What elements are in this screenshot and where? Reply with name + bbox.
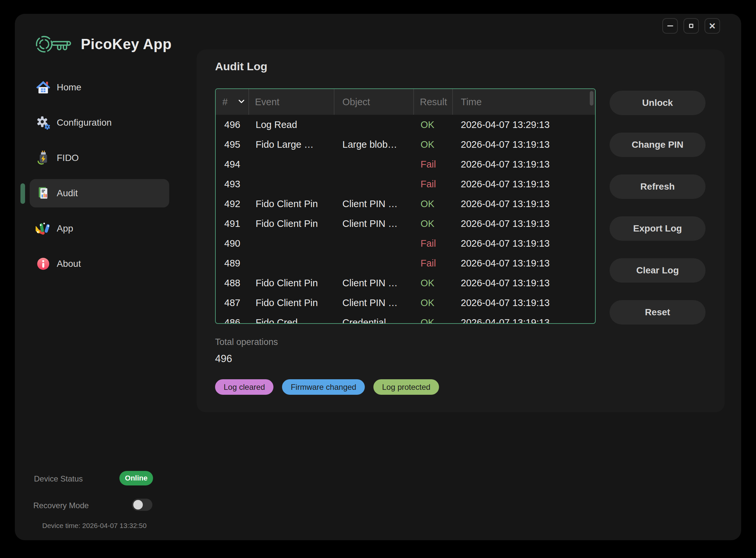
tag-log-cleared: Log cleared: [215, 379, 273, 395]
change-pin-button[interactable]: Change PIN: [609, 132, 706, 157]
key-icon: [34, 33, 76, 55]
home-icon: [35, 80, 51, 95]
sidebar-item-fido[interactable]: FIDO: [30, 144, 169, 172]
table-row[interactable]: 491 Fido Client Pin Client PIN … OK 2026…: [216, 214, 595, 233]
gear-icon: [35, 115, 51, 130]
app-window: ✕ PicoKey App Home: [15, 14, 741, 540]
column-header-time[interactable]: Time: [453, 89, 595, 115]
action-buttons: Unlock Change PIN Refresh Export Log Cle…: [609, 91, 706, 325]
audit-log-table: # Event Object Result Time 496 Log Read …: [215, 88, 596, 324]
app-fan-icon: [35, 221, 51, 236]
sidebar-item-app[interactable]: App: [30, 214, 169, 243]
sidebar-item-about[interactable]: About: [30, 250, 169, 278]
column-header-result[interactable]: Result: [414, 89, 453, 115]
chevron-down-icon: [238, 100, 245, 104]
sidebar-item-configuration[interactable]: Configuration: [30, 108, 169, 137]
table-row[interactable]: 496 Log Read OK 2026-04-07 13:29:13: [216, 115, 595, 134]
total-operations-value: 496: [215, 353, 232, 365]
audit-panel: Audit Log # Event Object Result Time 496…: [197, 49, 725, 412]
sidebar-item-audit[interactable]: Audit: [30, 179, 169, 207]
info-icon: [35, 256, 51, 272]
close-icon: ✕: [709, 22, 716, 30]
minimize-button[interactable]: [662, 18, 678, 34]
scrollbar-thumb[interactable]: [590, 91, 594, 105]
clear-log-button[interactable]: Clear Log: [609, 258, 706, 283]
column-header-number[interactable]: #: [216, 89, 249, 115]
recovery-mode-label: Recovery Mode: [33, 501, 89, 510]
unlock-button[interactable]: Unlock: [609, 91, 706, 115]
total-operations-label: Total operations: [215, 337, 278, 347]
sidebar-item-label: App: [57, 223, 73, 234]
sidebar-item-label: About: [57, 258, 81, 269]
page-title: Audit Log: [215, 60, 268, 73]
sidebar-item-label: Audit: [57, 188, 78, 199]
sidebar-item-home[interactable]: Home: [30, 73, 169, 102]
device-status-badge: Online: [119, 471, 153, 485]
minimize-icon: [667, 25, 673, 26]
column-header-object[interactable]: Object: [334, 89, 414, 115]
table-row[interactable]: 492 Fido Client Pin Client PIN … OK 2026…: [216, 194, 595, 214]
selected-indicator: [21, 183, 25, 204]
column-header-event[interactable]: Event: [249, 89, 334, 115]
table-header: # Event Object Result Time: [216, 89, 595, 115]
close-button[interactable]: ✕: [705, 18, 720, 34]
device-status-value: Online: [125, 474, 147, 482]
audit-report-icon: [35, 186, 51, 201]
log-status-tags: Log cleared Firmware changed Log protect…: [215, 379, 439, 395]
maximize-button[interactable]: [683, 18, 699, 34]
maximize-icon: [689, 24, 693, 28]
app-title: PicoKey App: [81, 36, 172, 52]
table-row[interactable]: 486 Fido Cred… Credential… OK 2026-04-07…: [216, 313, 595, 324]
table-row[interactable]: 493 Fail 2026-04-07 13:19:13: [216, 174, 595, 194]
recovery-mode-toggle[interactable]: [132, 499, 152, 511]
app-logo: PicoKey App: [34, 33, 172, 55]
table-row[interactable]: 494 Fail 2026-04-07 13:19:13: [216, 154, 595, 174]
export-log-button[interactable]: Export Log: [609, 216, 706, 241]
table-row[interactable]: 489 Fail 2026-04-07 13:19:13: [216, 253, 595, 273]
table-row[interactable]: 495 Fido Large … Large blob… OK 2026-04-…: [216, 134, 595, 154]
sidebar-item-label: FIDO: [57, 153, 79, 163]
table-row[interactable]: 488 Fido Client Pin Client PIN … OK 2026…: [216, 273, 595, 293]
table-row[interactable]: 487 Fido Client Pin Client PIN … OK 2026…: [216, 293, 595, 313]
refresh-button[interactable]: Refresh: [609, 174, 706, 199]
sidebar-item-label: Configuration: [57, 118, 112, 128]
tag-firmware-changed: Firmware changed: [282, 379, 365, 395]
toggle-knob: [133, 500, 143, 509]
device-status-label: Device Status: [34, 474, 83, 483]
sidebar-item-label: Home: [57, 82, 81, 93]
usb-key-icon: [35, 150, 51, 166]
table-row[interactable]: 490 Fail 2026-04-07 13:19:13: [216, 233, 595, 253]
reset-button[interactable]: Reset: [609, 300, 706, 325]
tag-log-protected: Log protected: [373, 379, 439, 395]
device-time: Device time: 2026-04-07 13:32:50: [42, 522, 147, 530]
window-controls: ✕: [662, 18, 720, 34]
